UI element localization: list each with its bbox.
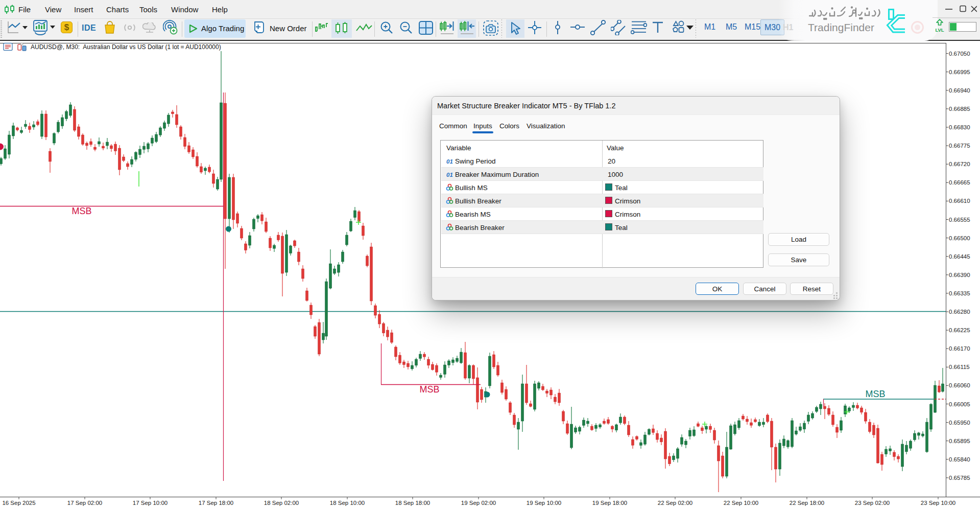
svg-text:0.65785: 0.65785	[949, 475, 970, 481]
svg-text:19 Sep 18:00: 19 Sep 18:00	[592, 500, 627, 506]
svg-text:22 Sep 02:00: 22 Sep 02:00	[658, 500, 692, 506]
svg-text:0.65950: 0.65950	[949, 420, 970, 426]
svg-text:0.66225: 0.66225	[949, 327, 970, 333]
svg-text:19 Sep 02:00: 19 Sep 02:00	[461, 500, 496, 506]
svg-text:0.66280: 0.66280	[949, 309, 970, 315]
svg-text:18 Sep 10:00: 18 Sep 10:00	[330, 500, 365, 506]
svg-text:MSB: MSB	[865, 389, 885, 399]
svg-text:MSB: MSB	[419, 384, 439, 395]
svg-text:0.66555: 0.66555	[949, 217, 970, 223]
svg-text:0.66335: 0.66335	[949, 290, 970, 296]
svg-text:0.65895: 0.65895	[949, 438, 970, 444]
svg-text:0.66500: 0.66500	[949, 235, 970, 241]
svg-text:17 Sep 10:00: 17 Sep 10:00	[133, 500, 168, 506]
svg-text:0.66665: 0.66665	[949, 179, 970, 186]
svg-text:0.66995: 0.66995	[949, 69, 970, 75]
svg-text:0.66830: 0.66830	[949, 124, 970, 130]
svg-text:17 Sep 18:00: 17 Sep 18:00	[199, 500, 233, 506]
svg-text:23 Sep 10:00: 23 Sep 10:00	[921, 500, 955, 506]
svg-text:LVL: LVL	[935, 27, 944, 33]
svg-text:18 Sep 02:00: 18 Sep 02:00	[264, 500, 299, 506]
svg-text:0.66005: 0.66005	[949, 401, 970, 407]
svg-text:17 Sep 02:00: 17 Sep 02:00	[67, 500, 102, 506]
svg-text:0.66390: 0.66390	[949, 272, 970, 278]
svg-text:0.66940: 0.66940	[949, 87, 970, 94]
svg-text:0.66885: 0.66885	[949, 106, 970, 112]
svg-text:22 Sep 18:00: 22 Sep 18:00	[790, 500, 824, 506]
svg-text:22 Sep 10:00: 22 Sep 10:00	[724, 500, 758, 506]
svg-text:0.66720: 0.66720	[949, 161, 970, 167]
svg-text:0.67050: 0.67050	[949, 51, 970, 57]
svg-text:16 Sep 2025: 16 Sep 2025	[2, 500, 35, 506]
svg-text:0.66445: 0.66445	[949, 253, 970, 260]
svg-text:0.66115: 0.66115	[949, 364, 970, 370]
svg-text:19 Sep 10:00: 19 Sep 10:00	[527, 500, 561, 506]
svg-text:23 Sep 02:00: 23 Sep 02:00	[855, 500, 890, 506]
svg-text:0.66775: 0.66775	[949, 143, 970, 149]
svg-text:0.66610: 0.66610	[949, 198, 970, 204]
svg-text:18 Sep 18:00: 18 Sep 18:00	[395, 500, 430, 506]
svg-text:MSB: MSB	[71, 206, 91, 216]
svg-text:0.65840: 0.65840	[949, 456, 970, 462]
svg-text:0.66170: 0.66170	[949, 345, 970, 352]
svg-text:AUDUSD@, M30: Australian Doll: AUDUSD@, M30: Australian Dollar vs US Do…	[31, 43, 221, 51]
svg-text:0.66060: 0.66060	[949, 382, 970, 388]
